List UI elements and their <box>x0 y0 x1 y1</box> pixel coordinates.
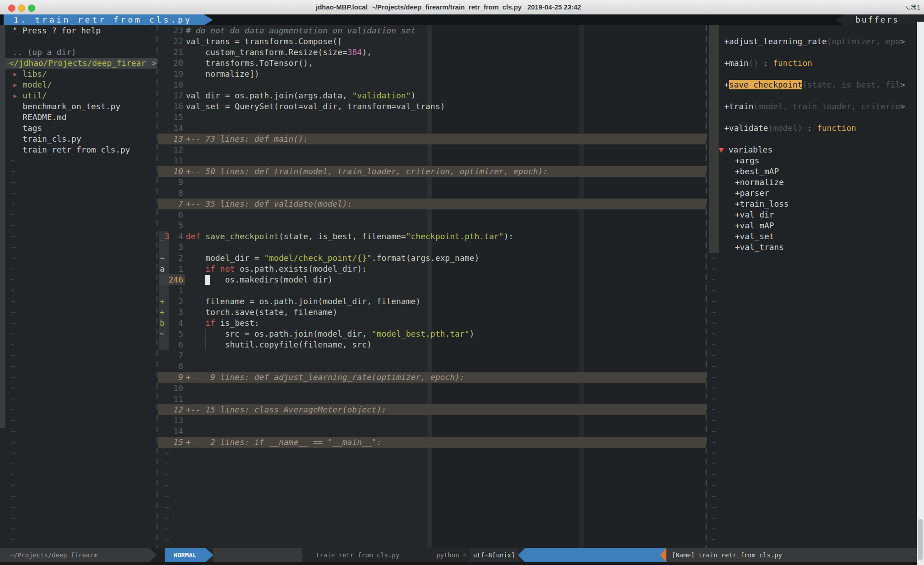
empty-line-tilde: ~ <box>11 339 16 350</box>
window-split-right[interactable] <box>706 25 707 548</box>
code-line[interactable]: 6 <box>158 209 706 220</box>
code-line[interactable]: 4def save_checkpoint(state, is_best, fil… <box>158 231 706 242</box>
tag-var[interactable]: +normalize <box>707 177 924 188</box>
folded-line[interactable]: 7+-- 35 lines: def validate(model): <box>158 199 706 209</box>
tree-file[interactable]: README.md <box>0 112 157 123</box>
dir-arrow-icon[interactable]: ▸ <box>13 79 18 90</box>
minimize-button[interactable] <box>18 5 25 12</box>
code-line[interactable]: 17val_dir = os.path.join(args.data, "val… <box>158 90 706 101</box>
code-line[interactable]: 2 model_dir = "model/check_point/{}".for… <box>158 253 706 264</box>
tag-var[interactable]: +val_trans <box>707 242 924 253</box>
tag-var[interactable]: +val_mAP <box>707 220 924 231</box>
code-line[interactable]: 246 os.makedirs(model_dir) <box>158 274 706 285</box>
dir-arrow-icon[interactable]: ▸ <box>13 69 18 79</box>
tag-label: +val_trans <box>735 242 784 252</box>
tree-file[interactable]: tags <box>0 123 157 134</box>
code-line[interactable]: 4 if is_best:b <box>158 318 706 329</box>
empty-line-tilde: ~ <box>711 383 716 394</box>
tag-validate[interactable]: +validate(model) : function <box>707 123 924 134</box>
tag-row[interactable] <box>707 25 917 36</box>
code-line[interactable]: 18 <box>158 79 706 90</box>
editor-window[interactable]: 23# do not do data augmentation on valid… <box>158 25 706 548</box>
scrollbar-thumb[interactable] <box>918 519 923 560</box>
tree-file[interactable]: train_cls.py <box>0 134 157 144</box>
code-line[interactable]: 1 <box>158 285 706 296</box>
tree-item-label: </jdhao/Projects/deep_firear <box>9 58 146 69</box>
code-line[interactable]: 22val_trans = transforms.Compose([ <box>158 36 706 47</box>
tab-train-retr-from-cls[interactable]: 1. train_retr_from_cls.py <box>4 14 204 25</box>
code-line[interactable]: 9 <box>158 177 706 188</box>
code-line[interactable]: 21 custom_transform.Resize(size=384), <box>158 47 706 58</box>
close-button[interactable] <box>8 5 15 12</box>
tag-label: ▼ <box>719 145 729 154</box>
tag-row[interactable] <box>707 47 917 58</box>
code-line[interactable]: 2 filename = os.path.join(model_dir, fil… <box>158 296 706 307</box>
code-line[interactable]: 19 normalize]) <box>158 69 706 79</box>
code-line[interactable]: 16val_set = QuerySet(root=val_dir, trans… <box>158 101 706 112</box>
tree-dir-model[interactable]: ▸model/ <box>0 79 157 90</box>
code-line[interactable]: 8 <box>158 361 706 372</box>
tag-row[interactable] <box>707 112 917 123</box>
empty-line-tilde: ~ <box>711 339 716 350</box>
tag-var[interactable]: +parser <box>707 188 924 199</box>
folded-line[interactable]: 10+-- 50 lines: def train(model, train_l… <box>158 166 706 177</box>
folded-line[interactable]: 15+-- 2 lines: if __name__ == "__main__"… <box>158 437 706 448</box>
tree-row[interactable] <box>0 36 157 47</box>
tag-train[interactable]: +train(model, train_loader, criterio> <box>707 101 924 112</box>
code-line[interactable]: 15 <box>158 112 706 123</box>
tag-var[interactable]: +args <box>707 155 924 166</box>
tag-label: (model, train_loader, criterio <box>753 102 900 111</box>
code-line[interactable]: 12 <box>158 144 706 155</box>
empty-line-tilde: ~ <box>11 155 16 166</box>
code-line[interactable]: 6 shutil.copyfile(filename, src) <box>158 339 706 350</box>
code-line[interactable]: 14 <box>158 123 706 134</box>
tag-var[interactable]: +train_loss <box>707 199 924 209</box>
tree-dir-libs[interactable]: ▸libs/ <box>0 69 157 79</box>
folded-line[interactable]: 13+-- 73 lines: def main(): <box>158 134 706 144</box>
tag-label: () <box>748 58 758 68</box>
tree-help[interactable]: " Press ? for help <box>0 25 157 36</box>
scrollbar[interactable] <box>917 22 924 565</box>
code-line[interactable]: 20 transforms.ToTensor(), <box>158 58 706 69</box>
line-number: 6 <box>158 339 183 350</box>
empty-line-tilde: ~ <box>11 199 16 209</box>
dir-arrow-icon[interactable]: ▸ <box>13 90 18 101</box>
code-line[interactable]: 11 <box>158 155 706 166</box>
zoom-button[interactable] <box>28 5 35 12</box>
code-line[interactable]: 14 <box>158 426 706 437</box>
code-line[interactable]: 5 <box>158 220 706 231</box>
code-line[interactable]: 3 <box>158 242 706 253</box>
buffers-arrow-icon <box>836 14 845 25</box>
tag-main[interactable]: +main() : function <box>707 58 924 69</box>
code-line[interactable]: 7 <box>158 350 706 361</box>
tag-var[interactable]: +best_mAP <box>707 166 924 177</box>
folded-line[interactable]: 9+-- 9 lines: def adjust_learning_rate(o… <box>158 372 706 383</box>
tree-item-label: README.md <box>23 112 67 123</box>
code-line[interactable]: 3 torch.save(state, filename)+ <box>158 307 706 318</box>
nerdtree-statusline: ~/Projects/deep_firearm <box>0 548 159 562</box>
tree-up-dir[interactable]: .. (up a dir) <box>0 47 157 58</box>
code-line[interactable]: 23# do not do data augmentation on valid… <box>158 25 706 36</box>
window-split-left[interactable] <box>157 25 157 548</box>
code-line[interactable]: 1 if not os.path.exists(model_dir):a <box>158 264 706 274</box>
tag-save-checkpoint[interactable]: +save_checkpoint(state, is_best, fil> <box>707 79 924 90</box>
tag-row[interactable] <box>707 69 917 79</box>
tree-dir-util[interactable]: ▸util/ <box>0 90 157 101</box>
tag-adjust-learning-rate[interactable]: +adjust_learning_rate(optimizer, epo> <box>707 36 924 47</box>
tree-file[interactable]: train_retr_from_cls.py <box>0 144 157 155</box>
tag-var[interactable]: +val_set <box>707 231 924 242</box>
code-line[interactable]: 5 src = os.path.join(model_dir, "model_b… <box>158 329 706 339</box>
code-line[interactable]: 11 <box>158 394 706 404</box>
tree-file[interactable]: benchmark_on_test.py <box>0 101 157 112</box>
tag-section-variables[interactable]: ▼ variables <box>707 144 924 155</box>
code-line[interactable]: 10 <box>158 383 706 394</box>
code-line[interactable]: 13 <box>158 415 706 426</box>
tag-label: +parser <box>735 188 769 198</box>
tag-row[interactable] <box>707 134 917 144</box>
tree-root[interactable]: </jdhao/Projects/deep_firear> <box>0 58 157 69</box>
gutter-sign: + <box>160 296 165 307</box>
folded-line[interactable]: 12+-- 15 lines: class AverageMeter(objec… <box>158 404 706 415</box>
tag-var[interactable]: +val_dir <box>707 209 924 220</box>
code-line[interactable]: 8 <box>158 188 706 199</box>
tag-row[interactable] <box>707 90 917 101</box>
